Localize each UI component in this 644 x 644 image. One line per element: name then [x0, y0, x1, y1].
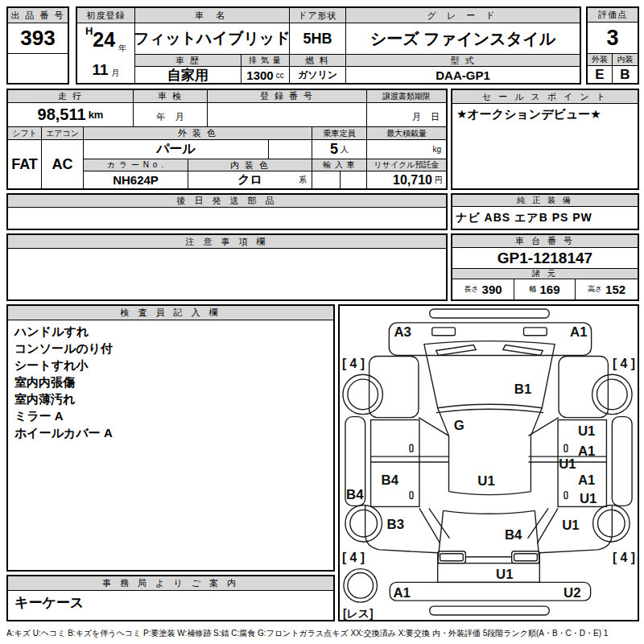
auction-no-value: 393	[8, 23, 68, 54]
legend-text: A:キズ U:ヘコミ B:キズを伴うヘコミ P:要塗装 W:補修跡 S:錆 C:…	[6, 627, 639, 640]
first-reg-month-cell: 11 月	[77, 56, 135, 83]
auction-no-header: 出 品 番 号	[8, 8, 68, 23]
spare-tire	[344, 569, 378, 603]
sales-point-header: セ ー ル ス ポ イ ン ト	[452, 90, 638, 104]
first-reg-year-unit: 年	[118, 43, 126, 54]
office-header: 事 務 局 よ り ご 案 内	[8, 576, 333, 591]
inspector-note-line: ミラー A	[14, 407, 327, 424]
shift-header: シフト	[8, 127, 42, 140]
wheel-front-left	[343, 374, 382, 414]
inspector-notes: ハンドルすれ コンソールのり付 シートすれ小 室内内張傷 室内薄汚れ ミラー A…	[8, 320, 333, 570]
shaken-value: 年 月	[134, 103, 208, 127]
exterior-grade-value: E	[588, 66, 613, 83]
max-load-unit: kg	[367, 140, 446, 159]
capacity-unit: 人	[341, 144, 349, 155]
chassis-no-header: 車 台 番 号	[452, 235, 638, 248]
door-shape-value: 5HB	[290, 23, 346, 55]
exterior-grade-header: 外装	[588, 54, 613, 66]
chassis-specs-block: 車 台 番 号 GP1-1218147 諸 元 長さ 390 幅 169 高さ …	[451, 233, 639, 301]
spec-width-label: 幅	[529, 284, 536, 295]
inspector-note-line: シートすれ小	[14, 357, 327, 374]
mileage-value-cell: 98,511 km	[8, 103, 134, 127]
aircon-value: AC	[42, 140, 84, 188]
car-damage-diagram: A3 A1 B1 G U1 B4 B4 B3 U1 A1 U1 A1 U1 U1…	[340, 306, 638, 620]
tire-mark-rear-left: [ 4 ]	[342, 551, 365, 564]
import-cell-divider	[340, 171, 341, 188]
recycle-unit: 円	[435, 175, 443, 186]
score-header: 評価点	[588, 8, 638, 23]
history-header: 車 歴	[135, 55, 242, 67]
inspector-note-line: コンソールのり付	[14, 340, 327, 357]
damage-right-rear-quarter-label: U1	[562, 518, 579, 533]
shaken-header: 車 検	[134, 90, 208, 103]
spec-length-label: 長さ	[464, 284, 478, 295]
int-color-header: 内 装 色	[188, 159, 312, 171]
damage-roof-label: U1	[477, 473, 494, 489]
first-reg-month-unit: 月	[112, 68, 120, 79]
spec-length-cell: 長さ 390	[452, 279, 514, 299]
sales-point-block: セ ー ル ス ポ イ ン ト ★オークションデビュー★	[451, 89, 639, 190]
wheel-front-right	[592, 374, 632, 414]
int-color-value: クロ	[237, 172, 262, 188]
interior-grade-value: B	[613, 66, 638, 83]
history-value: 自家用	[135, 67, 242, 83]
damage-rear-window-label: B4	[505, 527, 522, 543]
caution-block: 注 意 事 項 欄	[6, 233, 448, 301]
inspector-block: 検 査 員 記 入 欄 ハンドルすれ コンソールのり付 シートすれ小 室内内張傷…	[6, 304, 335, 572]
equipment-content: ナビ ABS エアB PS PW	[452, 207, 638, 229]
damage-left-rear-quarter-label: B3	[387, 517, 404, 532]
spec-height-cell: 高さ 152	[576, 279, 638, 299]
car-name-header: 車 名	[135, 8, 290, 23]
spec-height-label: 高さ	[588, 284, 602, 295]
int-color-value-cell: クロ 系	[188, 171, 312, 188]
spec-length-value: 390	[482, 283, 502, 296]
inspector-note-line: ハンドルすれ	[14, 323, 327, 340]
spec-width-cell: 幅 169	[514, 279, 576, 299]
aircon-header: エアコン	[42, 127, 84, 140]
later-parts-header: 後 日 発 送 部 品	[8, 195, 446, 208]
damage-right-door-seam-label: U1	[559, 456, 576, 472]
capacity-header: 乗車定員	[312, 127, 367, 140]
damage-right-front-door-top-label: U1	[578, 423, 595, 439]
info-table: 走 行 車 検 登 録 番 号 譲渡書類期限 98,511 km 年 月 月 日…	[6, 89, 448, 190]
damage-left-front-door-label: B4	[382, 473, 399, 488]
damage-right-rear-door-top-label: A1	[578, 473, 595, 488]
int-color-suffix: 系	[299, 175, 307, 186]
tire-mark-front-right: [ 4 ]	[613, 357, 635, 370]
equipment-header: 純 正 装 備	[452, 195, 638, 207]
office-block: 事 務 局 よ り ご 案 内 キーケース	[6, 575, 335, 621]
reg-no-value	[208, 103, 367, 127]
vehicle-top-table: 初度登録 H 24 年 11 月 車 名 フィットハイブリッド 車 歴 自家用 …	[76, 6, 581, 85]
damage-rear-bumper-left-label: A1	[393, 585, 410, 601]
tire-mark-rear-right: [ 4 ]	[613, 551, 635, 564]
damage-right-rear-door-bottom-label: U1	[580, 491, 597, 506]
transfer-deadline-value: 月 日	[367, 103, 446, 127]
specs-header: 諸 元	[452, 269, 638, 279]
equipment-block: 純 正 装 備 ナビ ABS エアB PS PW	[451, 193, 639, 230]
inspector-note-line: 室内内張傷	[14, 374, 327, 390]
damage-right-front-door-bottom-label: A1	[578, 444, 595, 459]
reg-no-header: 登 録 番 号	[208, 90, 367, 103]
displacement-value: 1300	[246, 68, 273, 82]
first-reg-year: 24	[93, 28, 115, 52]
spec-width-value: 169	[539, 283, 559, 296]
ext-color-header: 外 装 色	[84, 127, 312, 140]
caution-content	[8, 249, 446, 299]
ext-color-value: パール	[84, 140, 269, 159]
damage-windshield-label: G	[454, 418, 464, 433]
displacement-header: 排 気 量	[242, 55, 290, 67]
inspector-note-line: ホイールカバー A	[14, 424, 327, 441]
damage-hood-label: B1	[514, 382, 531, 397]
door-shape-header: ドア形状	[290, 8, 346, 23]
capacity-value: 5	[330, 141, 338, 158]
mileage-header: 走 行	[8, 90, 134, 103]
auction-sheet: 出 品 番 号 393 初度登録 H 24 年 11 月 車 名 フィットハイブ…	[0, 0, 644, 644]
chassis-no-value: GP1-1218147	[452, 248, 638, 269]
interior-grade-header: 内装	[613, 54, 638, 66]
import-value-cell	[312, 171, 367, 188]
import-header: 輸 入 車	[312, 159, 367, 171]
spec-height-value: 152	[605, 283, 625, 296]
first-reg-header: 初度登録	[77, 8, 135, 23]
caution-header: 注 意 事 項 欄	[8, 235, 446, 249]
recycle-value: 10,710	[393, 173, 432, 188]
